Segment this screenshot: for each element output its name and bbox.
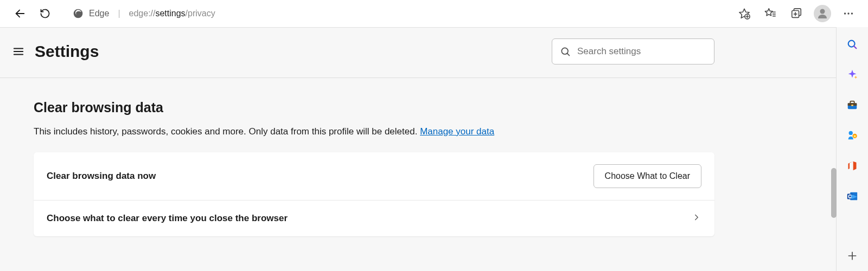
sidebar-games-button[interactable] [845,128,860,143]
office-icon [847,160,858,172]
address-app-name: Edge [89,9,109,18]
address-url: edge://settings/privacy [129,9,215,18]
svg-rect-25 [850,101,854,104]
svg-point-13 [844,12,846,14]
settings-header: Settings [0,28,836,78]
svg-point-14 [847,12,849,14]
search-icon [560,46,571,57]
section-description: This includes history, passwords, cookie… [34,125,714,138]
briefcase-icon [846,99,858,111]
sidebar-shopping-button[interactable] [845,98,860,113]
toolbar-right [735,4,858,23]
search-input[interactable] [577,46,706,57]
clear-now-row: Clear browsing data now Choose What to C… [34,152,714,201]
refresh-button[interactable] [35,3,55,24]
add-favorite-button[interactable] [735,4,754,23]
page-title: Settings [35,42,99,61]
plus-icon [847,250,858,261]
svg-point-12 [820,9,825,14]
more-horizontal-icon [843,8,854,20]
hamburger-icon [12,46,24,57]
games-icon [846,130,858,141]
search-settings-box[interactable] [552,38,714,64]
manage-data-link[interactable]: Manage your data [420,126,494,137]
clear-data-card: Clear browsing data now Choose What to C… [34,152,714,236]
arrow-left-icon [14,8,26,20]
clear-now-label: Clear browsing data now [47,171,156,182]
menu-button[interactable] [11,44,26,59]
outlook-icon [846,190,858,202]
sidebar-outlook-button[interactable] [845,189,860,204]
svg-point-27 [849,131,853,135]
favorites-button[interactable] [761,4,780,23]
refresh-icon [40,8,50,19]
sidebar-add-button[interactable] [845,248,860,263]
sidebar-copilot-button[interactable] [845,67,860,82]
svg-line-20 [567,53,569,55]
collections-button[interactable] [787,4,806,23]
chevron-right-icon [692,212,701,224]
browser-toolbar: Edge | edge://settings/privacy [0,0,868,27]
more-button[interactable] [839,4,858,23]
sparkle-icon [846,69,858,81]
scrollbar[interactable] [831,28,837,271]
back-button[interactable] [10,3,30,24]
clear-on-close-label: Choose what to clear every time you clos… [47,213,288,224]
settings-content: Settings Clear browsing data This includ… [0,27,837,271]
edge-logo-icon [73,8,84,19]
avatar-icon [814,5,831,22]
svg-line-22 [854,46,856,48]
collections-icon [790,8,802,20]
scrollbar-thumb[interactable] [831,168,837,218]
sidebar-search-button[interactable] [845,37,860,52]
address-divider: | [118,9,120,18]
clear-browsing-data-section: Clear browsing data This includes histor… [0,78,836,236]
svg-point-15 [851,12,853,14]
svg-rect-26 [851,105,853,106]
star-plus-icon [738,8,750,20]
sidebar-office-button[interactable] [845,158,860,173]
clear-on-close-row[interactable]: Choose what to clear every time you clos… [34,201,714,236]
section-title: Clear browsing data [34,100,714,115]
choose-what-to-clear-button[interactable]: Choose What to Clear [593,164,701,188]
svg-marker-5 [765,9,773,16]
profile-button[interactable] [813,4,832,23]
address-bar[interactable]: Edge | edge://settings/privacy [64,3,722,24]
edge-sidebar [837,27,868,271]
star-list-icon [764,8,776,20]
search-icon [846,38,858,50]
